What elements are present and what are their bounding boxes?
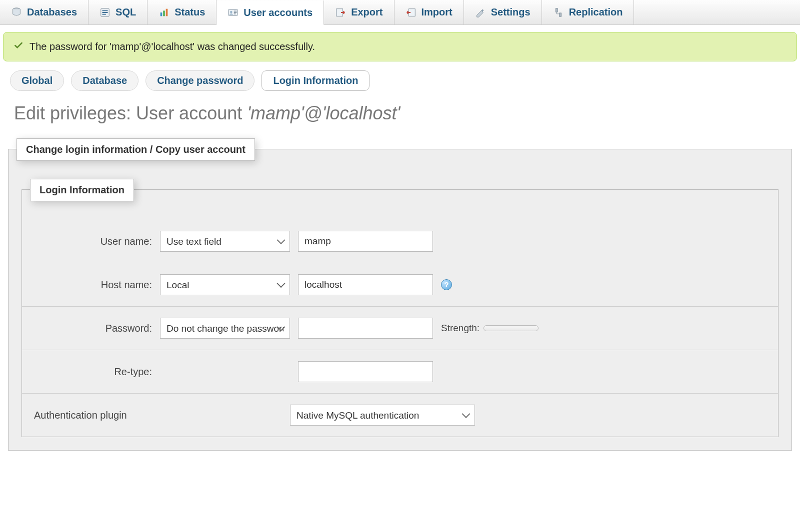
tab-label: SQL: [116, 6, 136, 18]
svg-rect-10: [559, 12, 561, 16]
username-mode-select[interactable]: Use text field: [160, 231, 290, 252]
subtab-change-password[interactable]: Change password: [146, 70, 254, 91]
tab-label: Settings: [491, 6, 530, 18]
top-tabs: Databases SQL Status User accounts Expor…: [0, 0, 800, 25]
svg-rect-3: [163, 10, 165, 16]
tab-import[interactable]: Import: [394, 0, 464, 24]
sub-tabs: Global Database Change password Login In…: [0, 61, 800, 91]
password-mode-select[interactable]: Do not change the password: [160, 318, 290, 339]
check-icon: [14, 40, 24, 53]
settings-icon: [475, 7, 486, 18]
tab-label: Import: [422, 6, 452, 18]
retype-input[interactable]: [298, 361, 433, 382]
tab-settings[interactable]: Settings: [464, 0, 542, 24]
tab-label: Export: [351, 6, 382, 18]
strength-meter: [484, 325, 538, 331]
replication-icon: [553, 7, 564, 18]
tab-databases[interactable]: Databases: [0, 0, 88, 24]
password-input[interactable]: [298, 318, 433, 339]
change-login-fieldset: Change login information / Copy user acc…: [8, 149, 792, 451]
subtab-login-information[interactable]: Login Information: [262, 70, 370, 91]
page-title: Edit privileges: User account 'mamp'@'lo…: [0, 91, 800, 129]
username-label: User name:: [32, 236, 152, 247]
tab-export[interactable]: Export: [324, 0, 394, 24]
row-password: Password: Do not change the password Str…: [22, 307, 778, 350]
auth-plugin-label: Authentication plugin: [32, 410, 282, 421]
row-hostname: Host name: Local ?: [22, 263, 778, 307]
row-auth-plugin: Authentication plugin Native MySQL authe…: [22, 394, 778, 437]
row-retype: Re-type:: [22, 350, 778, 394]
users-icon: [228, 7, 238, 18]
success-text: The password for 'mamp'@'localhost' was …: [30, 41, 315, 52]
inner-legend: Login Information: [30, 179, 134, 201]
sql-icon: [100, 7, 110, 18]
success-notice: The password for 'mamp'@'localhost' was …: [3, 32, 797, 61]
login-information-fieldset: Login Information User name: Use text fi…: [22, 189, 778, 437]
username-input[interactable]: [298, 231, 433, 252]
database-icon: [11, 7, 22, 18]
import-icon: [406, 7, 416, 18]
auth-plugin-select[interactable]: Native MySQL authentication: [290, 405, 475, 426]
svg-point-6: [230, 11, 232, 13]
strength-label: Strength:: [441, 323, 480, 334]
row-username: User name: Use text field: [22, 220, 778, 263]
tab-user-accounts[interactable]: User accounts: [216, 0, 324, 25]
export-icon: [335, 7, 346, 18]
password-label: Password:: [32, 323, 152, 334]
tab-sql[interactable]: SQL: [88, 0, 148, 24]
tab-status[interactable]: Status: [148, 0, 216, 24]
password-strength: Strength:: [441, 323, 768, 334]
svg-rect-9: [556, 8, 558, 11]
svg-rect-2: [160, 12, 162, 16]
status-icon: [158, 7, 170, 18]
retype-label: Re-type:: [32, 366, 152, 378]
outer-legend: Change login information / Copy user acc…: [16, 138, 255, 161]
svg-rect-4: [166, 8, 168, 16]
subtab-global[interactable]: Global: [10, 70, 64, 91]
help-icon[interactable]: ?: [441, 279, 452, 290]
hostname-input[interactable]: [298, 274, 433, 295]
account-name: 'mamp'@'localhost': [247, 103, 400, 123]
hostname-mode-select[interactable]: Local: [160, 274, 290, 295]
tab-label: Status: [174, 6, 205, 18]
subtab-database[interactable]: Database: [71, 70, 138, 91]
tab-label: Databases: [27, 6, 77, 18]
tab-label: Replication: [569, 6, 623, 18]
hostname-label: Host name:: [32, 279, 152, 291]
tab-label: User accounts: [244, 7, 312, 18]
tab-replication[interactable]: Replication: [542, 0, 634, 24]
